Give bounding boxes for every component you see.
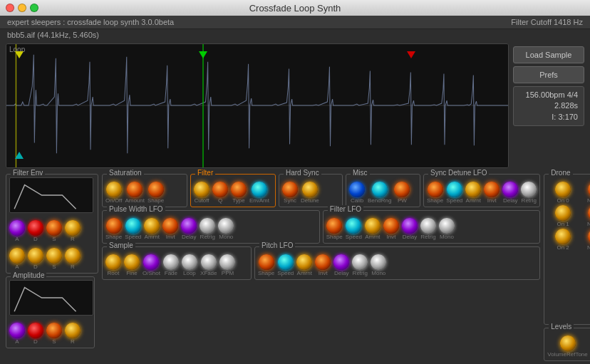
- pwlfo-retrig-knob[interactable]: [200, 218, 215, 234]
- filter-env-d2-knob[interactable]: [28, 248, 43, 264]
- controls-right: Drone On 0 Note 0 Vol 0: [544, 174, 590, 361]
- filter-env-a2-knob[interactable]: [9, 248, 25, 264]
- sdlfo-shape-knob[interactable]: [428, 182, 443, 197]
- pwlfo-speed-knob[interactable]: [125, 218, 141, 234]
- filter-env-d-knob[interactable]: [28, 220, 43, 236]
- filter-cutoff-label: Cutoff: [194, 197, 209, 204]
- loop-start-marker[interactable]: [15, 51, 24, 58]
- loop-bottom-marker[interactable]: [15, 152, 24, 159]
- filter-env-s-knob[interactable]: [46, 220, 62, 236]
- minimize-button[interactable]: [18, 4, 26, 12]
- window-controls[interactable]: [6, 4, 38, 12]
- plfo-retrig: Retrig: [352, 254, 368, 276]
- load-sample-button[interactable]: Load Sample: [513, 46, 584, 63]
- pwlfo-shape-knob[interactable]: [106, 218, 122, 234]
- misc-calib-knob[interactable]: [349, 182, 365, 197]
- sat-onoff-knob[interactable]: [106, 182, 122, 197]
- plfo-speed-knob[interactable]: [278, 254, 294, 270]
- pwlfo-shape-label: Shape: [105, 234, 122, 240]
- sample-fade-knob[interactable]: [163, 254, 179, 270]
- filter-env-s2: S: [46, 248, 62, 270]
- sample-fine-knob[interactable]: [124, 254, 140, 270]
- filter-env-s2-knob[interactable]: [46, 248, 62, 264]
- detune-label: Detune: [301, 197, 319, 204]
- plfo-delay-knob[interactable]: [333, 254, 349, 270]
- plfo-mono-knob[interactable]: [371, 254, 386, 270]
- plfo-shape: Shape: [258, 254, 274, 276]
- filter-type-knob[interactable]: [231, 182, 247, 197]
- drone-on2-knob[interactable]: [555, 229, 571, 244]
- sdlfo-invt-knob[interactable]: [484, 182, 500, 197]
- flfo-speed-knob[interactable]: [346, 218, 361, 234]
- filter-panel: Filter Cutoff Q Type: [190, 174, 276, 207]
- sample-oshot: O/Shot: [143, 254, 160, 276]
- maximize-button[interactable]: [30, 4, 38, 12]
- prefs-button[interactable]: Prefs: [513, 66, 584, 83]
- sample-ppm-knob[interactable]: [219, 254, 235, 270]
- amp-a-knob[interactable]: [9, 323, 25, 338]
- plfo-retrig-knob[interactable]: [352, 254, 368, 270]
- waveform-panel[interactable]: Loop: [6, 43, 509, 168]
- sdlfo-delay-knob[interactable]: [502, 182, 518, 197]
- pwlfo-mono-knob[interactable]: [218, 218, 234, 234]
- loop-end-marker[interactable]: [407, 51, 415, 58]
- filter-q-knob[interactable]: [212, 182, 228, 197]
- sdlfo-speed-knob[interactable]: [447, 182, 462, 197]
- close-button[interactable]: [6, 4, 14, 12]
- sample-loop-knob[interactable]: [182, 254, 197, 270]
- flfo-mono-knob[interactable]: [439, 218, 455, 234]
- pwlfo-delay-knob[interactable]: [181, 218, 197, 234]
- sample-xfade-knob[interactable]: [201, 254, 217, 270]
- filter-cutoff-knob[interactable]: [194, 182, 209, 197]
- misc-pw-label: PW: [398, 197, 407, 204]
- amp-d-knob[interactable]: [28, 323, 43, 338]
- sample-loop-label: Loop: [183, 270, 196, 276]
- filter-knobs: Cutoff Q Type EnvAmt: [194, 177, 272, 204]
- filter-env-r2-knob[interactable]: [65, 248, 81, 264]
- detune-knob[interactable]: [302, 182, 318, 197]
- drone-on0-knob[interactable]: [555, 182, 571, 197]
- filter-env-knobs-row2: A D S R: [9, 244, 95, 270]
- sample-oshot-knob[interactable]: [143, 254, 159, 270]
- levels-vol-knob[interactable]: [560, 336, 576, 351]
- filter-info: Filter Cutoff 1418 Hz: [511, 18, 583, 26]
- sdlfo-amrnt-knob[interactable]: [465, 182, 481, 197]
- sync-knob[interactable]: [282, 182, 298, 197]
- misc-pw-knob[interactable]: [394, 182, 410, 197]
- misc-label: Misc: [351, 169, 370, 177]
- sample-root: Root: [105, 254, 121, 276]
- bpm-display: 156.00bpm 4/4: [519, 90, 578, 100]
- filter-env-d2: D: [28, 248, 43, 270]
- window-title: Crossfade Loop Synth: [249, 3, 341, 14]
- drone-on1-knob[interactable]: [555, 205, 571, 221]
- amp-s-knob[interactable]: [46, 323, 62, 338]
- flfo-shape-knob[interactable]: [326, 218, 342, 234]
- plfo-invt-knob[interactable]: [315, 254, 331, 270]
- filter-envamt-knob[interactable]: [252, 182, 267, 197]
- flfo-retrig-knob[interactable]: [420, 218, 436, 234]
- plfo-shape-knob[interactable]: [259, 254, 274, 270]
- plfo-speed: Speed: [277, 254, 294, 276]
- sample-root-knob[interactable]: [105, 254, 121, 270]
- flfo-invt-knob[interactable]: [383, 218, 399, 234]
- amplitude-label: Amplitude: [11, 271, 46, 279]
- misc-panel: Misc Calib BendRng PW: [346, 174, 420, 207]
- filter-env-a-knob[interactable]: [9, 220, 25, 236]
- pwlfo-amrnt-knob[interactable]: [144, 218, 160, 234]
- pwlfo-invt-knob[interactable]: [162, 218, 178, 234]
- flfo-amrnt-knob[interactable]: [365, 218, 381, 234]
- amp-r-knob[interactable]: [65, 323, 81, 338]
- flfo-delay-knob[interactable]: [402, 218, 418, 234]
- sdlfo-retrig: Retrig: [521, 182, 537, 204]
- loop-marker-green[interactable]: [199, 51, 207, 58]
- plfo-amrnt-knob[interactable]: [296, 254, 312, 270]
- sdlfo-retrig-knob[interactable]: [521, 182, 537, 197]
- pw-lfo-label: Pulse Width LFO: [107, 205, 165, 213]
- amp-d-label: D: [33, 338, 38, 345]
- sat-amount-knob[interactable]: [127, 182, 143, 197]
- misc-calib-label: Calib: [351, 197, 363, 204]
- sat-shape-knob[interactable]: [148, 182, 164, 197]
- filter-env-r-knob[interactable]: [65, 220, 81, 236]
- drone-on2: On 2: [547, 229, 579, 251]
- misc-bendRng-knob[interactable]: [372, 182, 388, 197]
